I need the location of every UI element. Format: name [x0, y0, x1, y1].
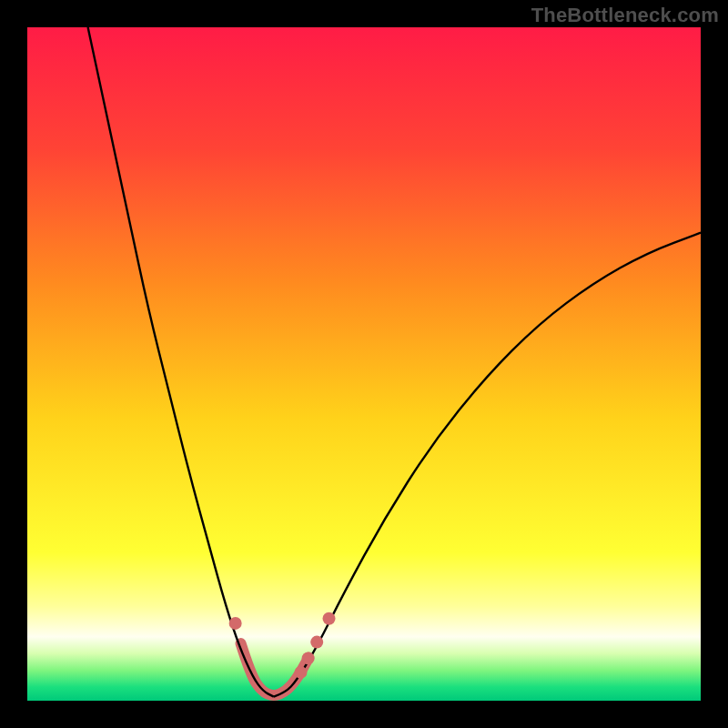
marker-dot-2 [302, 652, 315, 664]
bottleneck-chart [0, 0, 728, 728]
marker-dot-0 [229, 617, 242, 630]
marker-dot-3 [310, 636, 323, 649]
plot-background [27, 27, 701, 701]
watermark-text: TheBottleneck.com [531, 4, 719, 27]
marker-dot-4 [323, 612, 336, 625]
marker-dot-1 [294, 666, 307, 679]
chart-frame: TheBottleneck.com [0, 0, 728, 728]
